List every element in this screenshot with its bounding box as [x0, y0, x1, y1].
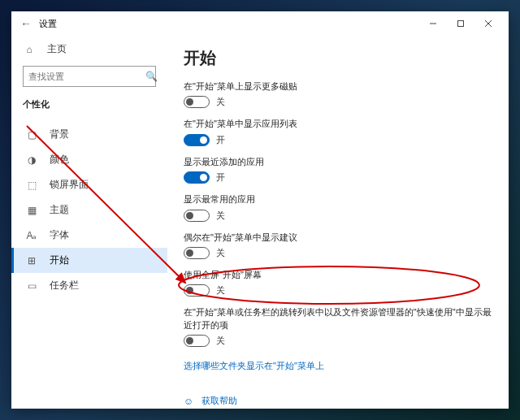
sidebar-item-label: 字体	[50, 228, 69, 242]
settings-window: ← 设置 ⌂ 主页 🔍 个性化 ▢背景◑颜色⬚锁屏界面▦主题Aₐ字体⊞开始▭任务…	[11, 11, 509, 409]
sidebar-item-theme[interactable]: ▦主题	[11, 197, 167, 223]
toggle-state-label: 关	[216, 96, 225, 108]
window-body: ⌂ 主页 🔍 个性化 ▢背景◑颜色⬚锁屏界面▦主题Aₐ字体⊞开始▭任务栏 开始 …	[11, 36, 509, 409]
maximize-button[interactable]	[447, 11, 474, 36]
close-button[interactable]	[474, 11, 502, 36]
toggle-row: 开	[184, 134, 492, 146]
setting-label: 在"开始"菜单中显示应用列表	[184, 118, 492, 130]
sidebar-item-label: 背景	[50, 128, 69, 141]
search-icon: 🔍	[145, 71, 158, 82]
palette-icon: ◑	[25, 154, 38, 166]
settings-list: 在"开始"菜单上显示更多磁贴关在"开始"菜单中显示应用列表开显示最近添加的应用开…	[184, 80, 492, 347]
sidebar-group-label: 个性化	[11, 95, 167, 117]
home-icon: ⌂	[23, 44, 36, 55]
toggle-row: 关	[184, 96, 492, 108]
content-pane: 开始 在"开始"菜单上显示更多磁贴关在"开始"菜单中显示应用列表开显示最近添加的…	[167, 36, 509, 409]
theme-icon: ▦	[25, 205, 38, 216]
sidebar-item-label: 颜色	[50, 153, 69, 167]
sidebar-item-font[interactable]: Aₐ字体	[11, 223, 167, 248]
toggle-knob	[186, 212, 193, 219]
svg-rect-1	[458, 21, 464, 27]
setting-item: 在"开始"菜单上显示更多磁贴关	[184, 80, 492, 108]
minimize-button[interactable]	[419, 11, 447, 36]
setting-item: 偶尔在"开始"菜单中显示建议关	[184, 232, 492, 259]
toggle-state-label: 关	[216, 210, 225, 222]
footer-links: ☺ 获取帮助 ✎ 提供反馈	[184, 395, 492, 409]
font-icon: Aₐ	[25, 230, 38, 241]
start-icon: ⊞	[25, 255, 38, 266]
setting-item: 显示最近添加的应用开	[184, 156, 492, 184]
toggle-switch[interactable]	[184, 134, 210, 146]
toggle-row: 关	[184, 247, 492, 259]
search-box[interactable]: 🔍	[23, 66, 156, 87]
setting-item: 显示最常用的应用关	[184, 193, 492, 221]
toggle-row: 关	[184, 210, 492, 222]
lockscreen-icon: ⬚	[25, 180, 38, 191]
minimize-icon	[429, 19, 437, 28]
taskbar-icon: ▭	[25, 280, 38, 292]
page-title: 开始	[184, 47, 492, 69]
sidebar-home-label: 主页	[47, 42, 67, 56]
toggle-knob	[186, 287, 193, 294]
choose-folders-link[interactable]: 选择哪些文件夹显示在"开始"菜单上	[184, 360, 324, 372]
sidebar-item-lockscreen[interactable]: ⬚锁屏界面	[11, 172, 167, 197]
back-button[interactable]: ←	[18, 11, 34, 36]
toggle-switch[interactable]	[184, 284, 210, 297]
sidebar: ⌂ 主页 🔍 个性化 ▢背景◑颜色⬚锁屏界面▦主题Aₐ字体⊞开始▭任务栏	[11, 36, 167, 409]
toggle-knob	[186, 337, 193, 344]
maximize-icon	[457, 19, 465, 28]
toggle-state-label: 关	[216, 247, 225, 259]
setting-label: 在"开始"菜单或任务栏的跳转列表中以及文件资源管理器的"快速使用"中显示最近打开…	[184, 306, 492, 331]
sidebar-item-label: 开始	[50, 253, 69, 267]
toggle-row: 开	[184, 171, 492, 184]
help-icon: ☺	[184, 396, 195, 407]
toggle-switch[interactable]	[184, 247, 210, 259]
setting-item: 在"开始"菜单中显示应用列表开	[184, 118, 492, 145]
setting-item: 在"开始"菜单或任务栏的跳转列表中以及文件资源管理器的"快速使用"中显示最近打开…	[184, 306, 492, 347]
setting-item: 使用全屏"开始"屏幕关	[184, 269, 492, 297]
sidebar-nav: ▢背景◑颜色⬚锁屏界面▦主题Aₐ字体⊞开始▭任务栏	[11, 122, 167, 298]
setting-label: 偶尔在"开始"菜单中显示建议	[184, 232, 492, 244]
sidebar-item-picture[interactable]: ▢背景	[11, 122, 167, 147]
search-input[interactable]	[24, 71, 145, 81]
sidebar-item-taskbar[interactable]: ▭任务栏	[11, 273, 167, 298]
toggle-state-label: 关	[216, 335, 225, 347]
titlebar: ← 设置	[11, 11, 509, 36]
toggle-row: 关	[184, 284, 492, 297]
toggle-state-label: 关	[216, 284, 225, 297]
sidebar-item-label: 锁屏界面	[50, 178, 89, 192]
sidebar-home[interactable]: ⌂ 主页	[11, 36, 167, 64]
window-title: 设置	[39, 18, 57, 30]
toggle-knob	[200, 174, 207, 181]
get-help-label: 获取帮助	[202, 395, 237, 407]
sidebar-item-label: 主题	[50, 203, 69, 217]
toggle-knob	[186, 249, 193, 257]
picture-icon: ▢	[25, 129, 38, 141]
get-help-link[interactable]: ☺ 获取帮助	[184, 395, 492, 407]
toggle-row: 关	[184, 335, 492, 347]
setting-label: 在"开始"菜单上显示更多磁贴	[184, 80, 492, 93]
toggle-knob	[186, 98, 193, 106]
toggle-switch[interactable]	[184, 210, 210, 222]
setting-label: 使用全屏"开始"屏幕	[184, 269, 492, 281]
setting-label: 显示最近添加的应用	[184, 156, 492, 168]
sidebar-item-label: 任务栏	[50, 279, 79, 292]
toggle-knob	[200, 136, 207, 144]
sidebar-item-start[interactable]: ⊞开始	[11, 248, 167, 273]
toggle-switch[interactable]	[184, 335, 210, 347]
close-icon	[484, 19, 492, 28]
toggle-switch[interactable]	[184, 171, 210, 184]
toggle-state-label: 开	[216, 134, 225, 146]
toggle-switch[interactable]	[184, 96, 210, 108]
toggle-state-label: 开	[216, 171, 225, 184]
setting-label: 显示最常用的应用	[184, 193, 492, 206]
sidebar-item-palette[interactable]: ◑颜色	[11, 147, 167, 172]
